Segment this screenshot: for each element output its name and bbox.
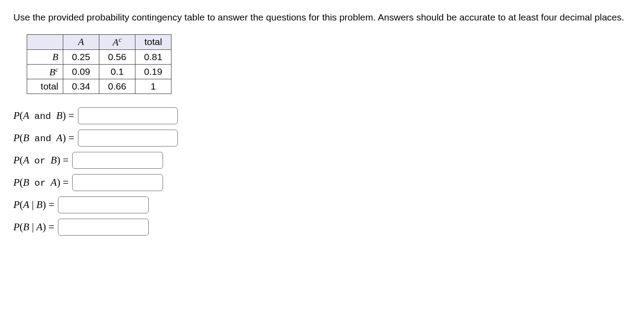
table-row: B 0.25 0.56 0.81 [27,49,171,64]
instruction-text: Use the provided probability contingency… [13,11,631,23]
question-label: P(B and A) = [13,132,74,144]
question-row: P(A or B) = [13,152,631,169]
question-row: P(A and B) = [13,107,631,124]
cell-total-total: 1 [135,79,171,94]
answer-input-5[interactable] [58,196,149,213]
answer-input-1[interactable] [78,107,178,124]
cell-B-total: 0.81 [135,49,171,64]
answer-input-3[interactable] [72,152,163,169]
questions-list: P(A and B) = P(B and A) = P(A or B) = P(… [13,107,631,236]
contingency-table: A Ac total B 0.25 0.56 0.81 Bc 0.09 0.1 … [27,34,171,94]
answer-input-4[interactable] [72,174,163,191]
cell-total-A: 0.34 [63,79,99,94]
answer-input-6[interactable] [58,219,149,236]
cell-Bc-A: 0.09 [63,64,99,79]
question-row: P(B | A) = [13,219,631,236]
row-label-total: total [27,79,63,94]
header-total: total [135,35,171,49]
question-row: P(B or A) = [13,174,631,191]
header-A: A [63,35,99,49]
contingency-table-wrap: A Ac total B 0.25 0.56 0.81 Bc 0.09 0.1 … [27,34,631,94]
question-label: P(B | A) = [13,221,54,233]
cell-Bc-Ac: 0.1 [99,64,135,79]
table-header-row: A Ac total [27,35,171,49]
row-label-B: B [27,49,63,64]
header-Ac: Ac [99,35,135,49]
table-row: total 0.34 0.66 1 [27,79,171,94]
question-label: P(B or A) = [13,177,69,188]
question-label: P(A and B) = [13,110,74,122]
question-label: P(A or B) = [13,155,69,166]
cell-B-A: 0.25 [63,49,99,64]
table-row: Bc 0.09 0.1 0.19 [27,64,171,79]
cell-B-Ac: 0.56 [99,49,135,64]
row-label-Bc: Bc [27,64,63,79]
question-row: P(A | B) = [13,196,631,213]
header-blank [27,35,63,49]
cell-total-Ac: 0.66 [99,79,135,94]
answer-input-2[interactable] [78,130,178,147]
question-label: P(A | B) = [13,199,54,211]
cell-Bc-total: 0.19 [135,64,171,79]
question-row: P(B and A) = [13,130,631,147]
